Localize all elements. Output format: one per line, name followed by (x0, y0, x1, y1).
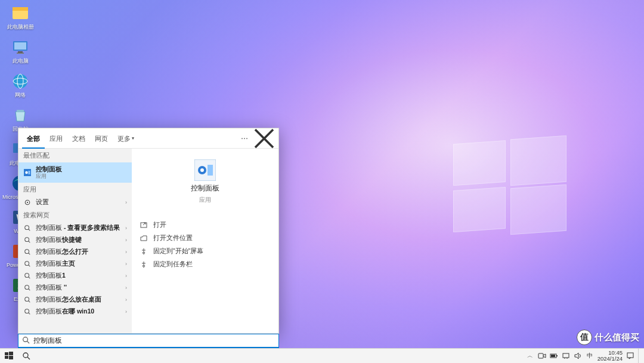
svg-rect-47 (5, 352, 8, 355)
search-results-list: 最佳匹配 控制面板应用 应用 设置› 搜索网页 控制面板 - 查看更多搜索结果›… (18, 149, 132, 333)
tray-battery-icon[interactable] (550, 352, 558, 360)
tab-more[interactable]: 更多▾ (113, 128, 139, 149)
svg-point-6 (13, 74, 27, 88)
desktop-icon-network[interactable]: 网络 (5, 72, 36, 104)
svg-point-34 (25, 285, 29, 290)
svg-line-35 (29, 289, 30, 291)
watermark: 值 什么值得买 (577, 330, 639, 345)
chevron-right-icon: › (125, 261, 127, 267)
result-web-5[interactable]: 控制面板 ''› (18, 282, 132, 294)
search-icon (23, 236, 32, 244)
start-button[interactable] (0, 349, 18, 364)
tab-web[interactable]: 网页 (90, 128, 113, 149)
tray-clock[interactable]: 10:452024/1/24 (597, 350, 623, 362)
tray-notifications-icon[interactable] (626, 352, 634, 360)
result-web-1[interactable]: 控制面板快捷键› (18, 234, 132, 246)
search-icon (23, 284, 32, 292)
svg-point-30 (25, 262, 29, 266)
options-menu[interactable]: ⋯ (236, 134, 253, 143)
svg-point-23 (27, 202, 28, 203)
search-icon (23, 224, 32, 232)
chevron-right-icon: › (125, 225, 127, 231)
chevron-right-icon: › (125, 249, 127, 255)
svg-rect-57 (563, 353, 569, 358)
svg-line-33 (29, 277, 30, 279)
svg-rect-49 (5, 356, 8, 359)
preview-control-panel-icon (194, 159, 216, 181)
gear-icon (23, 198, 32, 207)
tray-network-icon[interactable] (562, 352, 570, 360)
svg-line-46 (27, 341, 30, 343)
show-desktop-button[interactable] (638, 349, 642, 364)
action-pin-start[interactable]: 固定到"开始"屏幕 (140, 245, 270, 258)
search-icon (23, 296, 32, 304)
result-web-0[interactable]: 控制面板 - 查看更多搜索结果› (18, 222, 132, 234)
search-preview-pane: 控制面板 应用 打开 打开文件位置 固定到"开始"屏幕 固定到任务栏 (132, 149, 278, 333)
tray-ime[interactable]: 中 (586, 352, 594, 360)
chevron-down-icon: ▾ (132, 128, 134, 149)
result-web-4[interactable]: 控制面板1› (18, 270, 132, 282)
result-web-7[interactable]: 控制面板在哪 win10› (18, 306, 132, 318)
preview-subtitle: 应用 (199, 196, 211, 204)
svg-line-37 (29, 301, 30, 303)
control-panel-icon (23, 168, 32, 177)
desktop-icon-gallery[interactable]: 此电脑相册 (5, 4, 36, 36)
svg-point-24 (25, 226, 29, 230)
svg-rect-3 (14, 42, 26, 50)
svg-rect-55 (556, 355, 558, 356)
svg-rect-5 (17, 53, 24, 54)
search-icon (23, 307, 32, 316)
tab-all[interactable]: 全部 (22, 128, 45, 149)
chevron-right-icon: › (125, 297, 127, 303)
tray-volume-icon[interactable] (574, 352, 582, 360)
svg-point-38 (25, 309, 29, 313)
svg-rect-60 (627, 353, 633, 358)
wallpaper-windows-logo (453, 137, 566, 233)
start-search-panel: 全部 应用 文档 网页 更多▾ ⋯ 最佳匹配 控制面板应用 应用 设置› (18, 128, 279, 334)
svg-point-28 (25, 250, 29, 254)
search-input-bar[interactable] (18, 334, 279, 348)
tray-chevron-up-icon[interactable]: ︿ (526, 352, 534, 360)
search-icon (23, 248, 32, 256)
tab-docs[interactable]: 文档 (67, 128, 90, 149)
taskbar: ︿ 中 10:452024/1/24 (0, 348, 644, 363)
search-icon (22, 336, 30, 346)
tray-meet-now-icon[interactable] (538, 352, 546, 360)
search-input[interactable] (33, 337, 275, 344)
taskbar-search-button[interactable] (18, 349, 35, 364)
close-button[interactable] (253, 128, 275, 149)
svg-line-39 (29, 313, 30, 315)
svg-rect-48 (9, 352, 13, 355)
chevron-right-icon: › (125, 273, 127, 279)
svg-point-32 (25, 273, 29, 278)
section-apps: 应用 (18, 183, 132, 196)
chevron-right-icon: › (125, 285, 127, 291)
svg-line-29 (29, 253, 30, 255)
result-app-settings[interactable]: 设置› (18, 196, 132, 208)
svg-rect-43 (208, 165, 213, 176)
action-open[interactable]: 打开 (140, 219, 270, 232)
svg-rect-56 (551, 355, 555, 357)
result-web-2[interactable]: 控制面板怎么打开› (18, 246, 132, 258)
svg-rect-53 (538, 353, 543, 358)
desktop: 此电脑相册 此电脑 网络 回收站 此电脑名 Microsoft Edge WWo… (0, 0, 644, 363)
svg-rect-4 (18, 51, 23, 53)
action-pin-taskbar[interactable]: 固定到任务栏 (140, 258, 270, 271)
svg-rect-1 (13, 7, 28, 11)
svg-rect-50 (9, 356, 13, 359)
desktop-icon-this-pc[interactable]: 此电脑 (5, 38, 36, 70)
svg-rect-21 (29, 171, 30, 174)
svg-point-45 (23, 337, 28, 342)
svg-line-27 (29, 241, 30, 243)
result-web-3[interactable]: 控制面板主页› (18, 258, 132, 270)
svg-point-36 (25, 297, 29, 302)
svg-line-25 (29, 229, 30, 231)
result-best-match[interactable]: 控制面板应用 (18, 162, 132, 183)
svg-line-31 (29, 265, 30, 267)
chevron-right-icon: › (125, 309, 127, 315)
tab-apps[interactable]: 应用 (45, 128, 67, 149)
chevron-right-icon: › (125, 199, 127, 205)
result-web-6[interactable]: 控制面板怎么放在桌面› (18, 294, 132, 306)
action-open-location[interactable]: 打开文件位置 (140, 232, 270, 245)
section-web: 搜索网页 (18, 208, 132, 222)
